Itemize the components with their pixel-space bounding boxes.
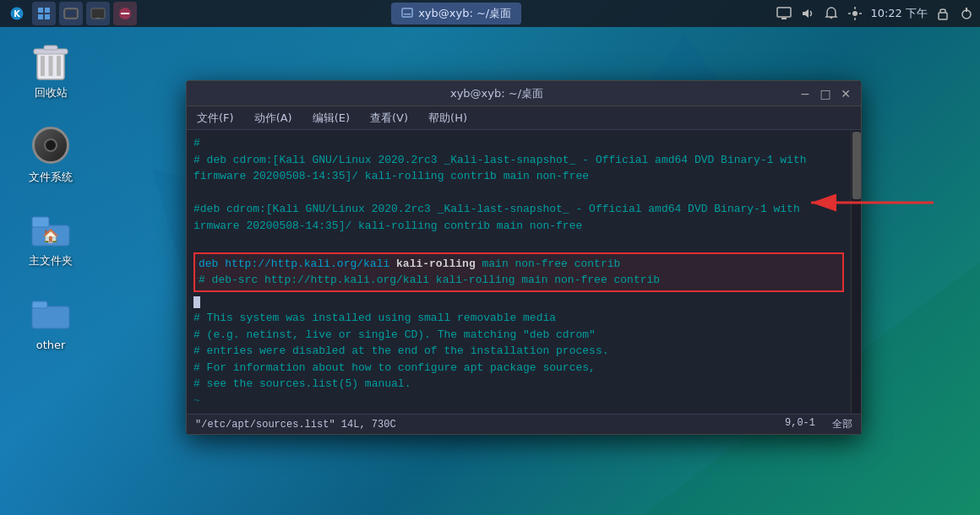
maximize-button[interactable]: □	[819, 87, 832, 100]
taskbar-app-4[interactable]	[113, 2, 137, 25]
terminal-line-13: # entries were disabled at the end of th…	[193, 343, 844, 360]
terminal-line-14: # For information about how to configure…	[193, 360, 844, 377]
svg-rect-7	[66, 10, 76, 17]
taskbar: K _ xyb@xyb: ~/桌面	[0, 0, 980, 27]
svg-rect-17	[830, 17, 833, 19]
active-window-title: xyb@xyb: ~/桌面	[418, 6, 511, 21]
home-folder-icon: 🏠	[30, 209, 71, 249]
desktop-icon-other[interactable]: other	[17, 293, 84, 352]
menu-action[interactable]: 动作(A)	[251, 109, 296, 127]
terminal-line-tilde-2: ~	[193, 409, 844, 414]
terminal-line-7	[193, 234, 844, 251]
svg-marker-16	[803, 9, 808, 18]
terminal-menubar: 文件(F) 动作(A) 编辑(E) 查看(V) 帮助(H)	[187, 106, 861, 130]
svg-rect-27	[41, 56, 45, 76]
volume-icon[interactable]	[799, 5, 816, 22]
desktop-icon-filesystem[interactable]: 文件系统	[17, 125, 84, 184]
statusbar-position: 9,0-1	[785, 417, 815, 431]
terminal-line-6: irmware 20200508-14:35]/ kali-rolling co…	[193, 218, 844, 235]
terminal-line-12: # (e.g. netinst, live or single CD). The…	[193, 327, 844, 344]
terminal-line-4	[193, 185, 844, 202]
terminal-content: # # deb cdrom:[Kali GNU/Linux 2020.2rc3 …	[187, 130, 861, 414]
text-cursor	[193, 296, 200, 308]
menu-file[interactable]: 文件(F)	[193, 109, 237, 127]
taskbar-left: K _	[5, 2, 137, 25]
terminal-line-9: # deb-src http://http.kali.org/kali kali…	[199, 272, 839, 289]
terminal-line-3: firmware 20200508-14:35]/ kali-rolling c…	[193, 168, 844, 185]
desktop-icon-recycle-bin[interactable]: 回收站	[17, 41, 84, 100]
statusbar-right: 9,0-1 全部	[785, 417, 852, 431]
recycle-bin-label: 回收站	[35, 86, 68, 100]
svg-rect-13	[404, 14, 411, 15]
svg-rect-36	[32, 301, 47, 308]
svg-rect-5	[45, 14, 50, 19]
highlighted-section: deb http://http.kali.org/kali kali-rolli…	[193, 252, 844, 292]
notification-icon[interactable]	[823, 5, 840, 22]
terminal-scrollbar[interactable]	[851, 130, 861, 414]
statusbar-view: 全部	[832, 417, 852, 431]
taskbar-app-3[interactable]: _	[86, 2, 110, 25]
minimize-button[interactable]: −	[798, 87, 812, 100]
desktop: K _ xyb@xyb: ~/桌面	[0, 0, 980, 515]
filesystem-label: 文件系统	[29, 171, 73, 184]
svg-rect-12	[402, 8, 412, 17]
taskbar-app-2[interactable]	[59, 2, 83, 25]
terminal-line-8: deb http://http.kali.org/kali kali-rolli…	[199, 256, 839, 273]
kali-menu-button[interactable]: K	[5, 2, 29, 25]
menu-edit[interactable]: 编辑(E)	[309, 109, 353, 127]
clock: 10:22 下午	[870, 6, 928, 21]
taskbar-app-1[interactable]	[32, 2, 56, 25]
menu-help[interactable]: 帮助(H)	[425, 109, 471, 127]
scrollbar-thumb[interactable]	[852, 132, 861, 199]
svg-rect-23	[939, 13, 947, 19]
terminal-line-tilde-1: ~	[193, 393, 844, 409]
taskbar-center: xyb@xyb: ~/桌面	[137, 3, 776, 24]
desktop-icons: 回收站 文件系统 🏠 主文件夹	[17, 41, 84, 351]
terminal-window-icon	[401, 8, 413, 19]
svg-rect-28	[49, 56, 53, 76]
svg-rect-4	[38, 14, 43, 19]
home-folder-label: 主文件夹	[29, 254, 73, 268]
terminal-line-11: # This system was installed using small …	[193, 310, 844, 327]
terminal-window: xyb@xyb: ~/桌面 − □ ✕ 文件(F) 动作(A) 编辑(E) 查看…	[186, 80, 862, 435]
terminal-line-1: #	[193, 135, 844, 152]
svg-rect-3	[45, 8, 50, 13]
desktop-icon-home[interactable]: 🏠 主文件夹	[17, 209, 84, 268]
svg-text:🏠: 🏠	[42, 228, 59, 244]
taskbar-right: 10:22 下午	[776, 5, 975, 22]
close-button[interactable]: ✕	[839, 87, 852, 100]
other-folder-label: other	[36, 339, 66, 352]
svg-rect-15	[781, 18, 787, 19]
svg-rect-35	[32, 306, 69, 328]
svg-text:K: K	[14, 9, 20, 19]
svg-rect-31	[44, 46, 57, 50]
terminal-statusbar: "/etc/apt/sources.list" 14L, 730C 9,0-1 …	[187, 414, 861, 434]
brightness-icon[interactable]	[847, 5, 863, 22]
other-folder-icon	[30, 293, 71, 333]
terminal-line-15: # see the sources.list(5) manual.	[193, 376, 844, 393]
terminal-controls: − □ ✕	[798, 87, 852, 100]
active-window-button[interactable]: xyb@xyb: ~/桌面	[391, 3, 521, 24]
terminal-line-5: #deb cdrom:[Kali GNU/Linux 2020.2rc3 _Ka…	[193, 201, 844, 218]
svg-rect-29	[57, 56, 61, 76]
terminal-title: xyb@xyb: ~/桌面	[195, 86, 798, 101]
recycle-bin-icon	[30, 41, 71, 81]
menu-view[interactable]: 查看(V)	[367, 109, 411, 127]
power-icon[interactable]	[958, 5, 975, 22]
svg-rect-14	[777, 8, 791, 17]
terminal-line-cursor	[193, 294, 844, 311]
svg-rect-2	[38, 8, 43, 13]
terminal-text-area[interactable]: # # deb cdrom:[Kali GNU/Linux 2020.2rc3 …	[187, 130, 851, 414]
terminal-line-2: # deb cdrom:[Kali GNU/Linux 2020.2rc3 _K…	[193, 152, 844, 169]
svg-rect-11	[121, 13, 129, 14]
filesystem-icon	[30, 125, 71, 165]
screen-icon[interactable]	[776, 5, 792, 22]
statusbar-file-info: "/etc/apt/sources.list" 14L, 730C	[195, 419, 785, 431]
lock-icon[interactable]	[934, 5, 951, 22]
svg-rect-33	[32, 217, 49, 227]
terminal-titlebar: xyb@xyb: ~/桌面 − □ ✕	[187, 81, 861, 106]
svg-point-18	[852, 11, 858, 16]
